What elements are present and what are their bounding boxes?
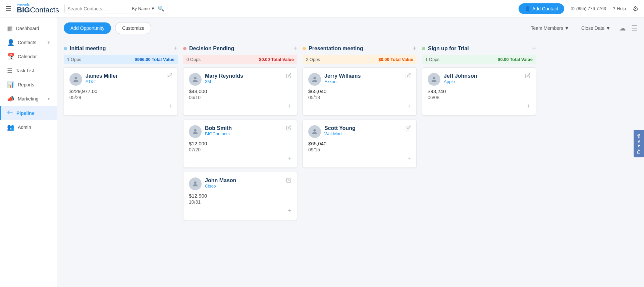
col-title: Presentation meeting <box>309 46 410 52</box>
drag-handle-icon[interactable]: + <box>168 103 172 110</box>
col-total-value: $0.00 Total Value <box>259 57 294 62</box>
sidebar-item-label: Dashboard <box>16 26 39 31</box>
phone-link[interactable]: ✆ (855) 776-7763 <box>571 6 606 11</box>
sidebar-item-calendar[interactable]: 📅 Calendar <box>0 50 57 64</box>
phone-icon: ✆ <box>571 6 575 11</box>
add-card-button-initial-meeting[interactable]: + <box>174 45 178 52</box>
column-presentation-meeting: Presentation meeting+2 Opps$0.00 Total V… <box>303 45 417 282</box>
sidebar-item-label: Task List <box>16 68 34 73</box>
feedback-tab[interactable]: Feedback <box>634 130 644 157</box>
bar-chart-icon: 📊 <box>7 81 14 88</box>
add-card-button-presentation-meeting[interactable]: + <box>413 45 417 52</box>
chevron-down-icon: ▼ <box>47 40 51 45</box>
card-contact-name[interactable]: Scott Young <box>324 125 402 131</box>
avatar <box>69 73 82 86</box>
top-navigation: ☰ ProProfs BIGContacts By Name ▼ 🔍 👤 Add… <box>0 0 644 17</box>
pipeline-toolbar: Add Opportunity Customize Team Members ▼… <box>57 17 644 39</box>
card-company-name: Exxon <box>324 79 402 84</box>
card-edit-button[interactable] <box>286 125 291 132</box>
col-dot <box>303 47 306 50</box>
drag-handle-icon[interactable]: + <box>407 103 411 110</box>
card-company-name: BIGContacts <box>205 131 283 136</box>
col-header-sign-up-for-trial: Sign up for Trial+ <box>422 45 536 52</box>
card-edit-button[interactable] <box>525 73 530 80</box>
search-icon[interactable]: 🔍 <box>158 5 164 12</box>
card-contact-name[interactable]: John Mason <box>205 177 283 184</box>
sidebar-item-dashboard[interactable]: ▦ Dashboard <box>0 21 57 35</box>
opportunity-card: James MillerAT&T$229,977.0005/29+ <box>64 67 178 116</box>
grid-icon: ▦ <box>7 25 13 32</box>
sidebar-item-pipeline[interactable]: Pipeline <box>0 106 57 120</box>
cloud-upload-icon[interactable]: ☁ <box>619 24 626 32</box>
svg-point-2 <box>194 129 196 132</box>
card-company-name: 3M <box>205 79 283 84</box>
card-edit-button[interactable] <box>406 73 411 80</box>
card-amount: $229,977.00 <box>69 88 172 94</box>
card-edit-button[interactable] <box>406 125 411 132</box>
card-footer: + <box>69 103 172 110</box>
chevron-down-icon: ▼ <box>151 6 155 11</box>
card-contact-name[interactable]: Jeff Johnson <box>444 73 522 79</box>
svg-point-4 <box>313 77 316 79</box>
drag-handle-icon[interactable]: + <box>288 103 291 110</box>
sidebar-item-marketing[interactable]: 📣 Marketing ▼ <box>0 92 57 106</box>
logo[interactable]: ProProfs BIGContacts <box>17 3 59 14</box>
search-by-dropdown[interactable]: By Name ▼ <box>129 6 155 11</box>
col-title: Initial meeting <box>70 46 171 52</box>
add-opportunity-button[interactable]: Add Opportunity <box>64 22 111 34</box>
card-edit-button[interactable] <box>167 73 172 80</box>
settings-icon[interactable]: ⚙ <box>633 5 639 13</box>
card-close-date: 06/08 <box>428 95 530 100</box>
card-info: Jerry WilliamsExxon <box>324 73 402 84</box>
list-icon: ☰ <box>7 67 12 74</box>
drag-handle-icon[interactable]: + <box>407 155 411 162</box>
card-footer: + <box>189 103 291 110</box>
sidebar-item-admin[interactable]: 👥 Admin <box>0 120 57 134</box>
sidebar-item-contacts[interactable]: 👤 Contacts ▼ <box>0 35 57 50</box>
col-total-value: $966.00 Total Value <box>135 57 174 62</box>
logo-text: BIGContacts <box>17 6 59 14</box>
col-title: Decision Pending <box>189 46 290 52</box>
column-initial-meeting: Initial meeting+1 Opps$966.00 Total Valu… <box>64 45 178 282</box>
card-contact-name[interactable]: James Miller <box>86 73 163 79</box>
card-contact-name[interactable]: Bob Smith <box>205 125 283 131</box>
drag-handle-icon[interactable]: + <box>527 103 530 110</box>
drag-handle-icon[interactable]: + <box>288 155 291 162</box>
pipeline-board: Initial meeting+1 Opps$966.00 Total Valu… <box>57 39 644 287</box>
card-header: Scott YoungWal-Mart <box>308 125 411 138</box>
col-opps-count: 1 Opps <box>67 57 81 62</box>
sidebar: ▦ Dashboard 👤 Contacts ▼ 📅 Calendar ☰ Ta… <box>0 17 57 287</box>
card-company-name: Cisco <box>205 184 283 189</box>
card-edit-button[interactable] <box>286 177 291 184</box>
list-view-icon[interactable]: ☰ <box>631 24 637 32</box>
search-bar[interactable]: By Name ▼ 🔍 <box>64 4 167 13</box>
add-contact-button[interactable]: 👤 Add Contact <box>519 3 564 14</box>
customize-button[interactable]: Customize <box>115 22 151 34</box>
card-contact-name[interactable]: Mary Reynolds <box>205 73 283 79</box>
close-date-filter[interactable]: Close Date ▼ <box>578 23 614 33</box>
card-edit-button[interactable] <box>286 73 291 80</box>
drag-handle-icon[interactable]: + <box>288 207 291 214</box>
sidebar-item-reports[interactable]: 📊 Reports <box>0 78 57 92</box>
help-link[interactable]: ? Help <box>613 6 626 11</box>
card-header: Jeff JohnsonApple <box>428 73 530 86</box>
col-dot <box>183 47 186 50</box>
col-stats: 0 Opps$0.00 Total Value <box>183 55 297 64</box>
avatar <box>189 125 202 138</box>
search-input[interactable] <box>67 6 126 11</box>
col-opps-count: 2 Opps <box>306 57 320 62</box>
card-company-name: AT&T <box>86 79 163 84</box>
col-stats: 1 Opps$0.00 Total Value <box>422 55 536 64</box>
card-amount: $48,000 <box>189 88 291 94</box>
add-card-button-decision-pending[interactable]: + <box>293 45 297 52</box>
sidebar-item-task-list[interactable]: ☰ Task List <box>0 64 57 78</box>
person-icon: 👤 <box>7 39 14 46</box>
col-header-presentation-meeting: Presentation meeting+ <box>303 45 417 52</box>
menu-icon[interactable]: ☰ <box>5 5 11 13</box>
card-close-date: 09/15 <box>308 147 411 152</box>
card-contact-name[interactable]: Jerry Williams <box>324 73 402 79</box>
add-card-button-sign-up-for-trial[interactable]: + <box>532 45 536 52</box>
team-members-filter[interactable]: Team Members ▼ <box>528 23 573 33</box>
topnav-right: 👤 Add Contact ✆ (855) 776-7763 ? Help ⚙ <box>519 3 639 14</box>
card-company-name: Wal-Mart <box>324 131 402 136</box>
